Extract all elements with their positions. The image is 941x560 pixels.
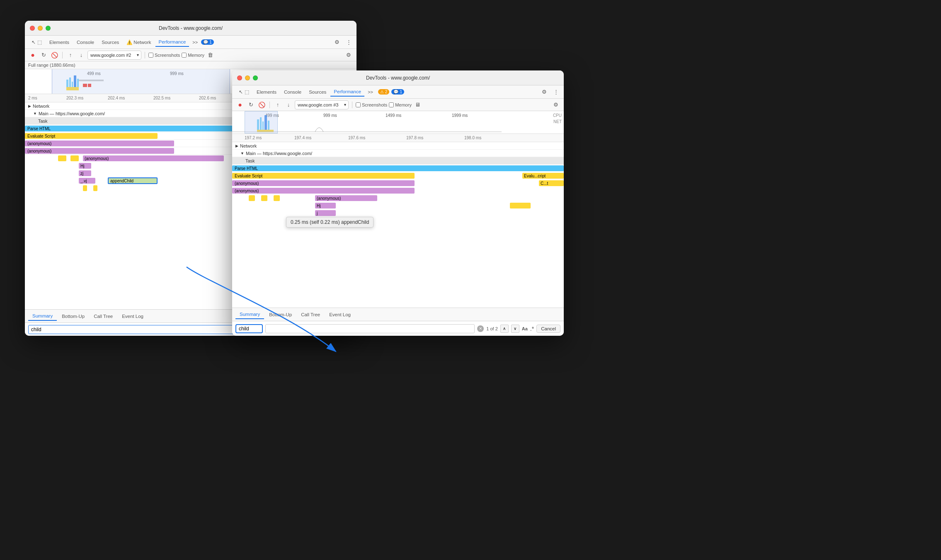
clear-button-front[interactable]: 🚫 bbox=[257, 100, 266, 109]
search-clear-front[interactable]: ✕ bbox=[477, 325, 484, 332]
more-tabs-back[interactable]: >> bbox=[190, 39, 200, 46]
cancel-button-front[interactable]: Cancel bbox=[536, 325, 560, 333]
settings-button-front[interactable]: ⚙ bbox=[540, 87, 549, 97]
tooltip-time-front: 0.25 ms (self 0.22 ms) bbox=[291, 219, 340, 225]
yellow-hj-front bbox=[510, 203, 531, 208]
anon1-track-front: (anonymous) C...t bbox=[232, 179, 564, 187]
search-next-front[interactable]: ∨ bbox=[511, 325, 519, 333]
tab-settings-back: ⚙ ⋮ bbox=[332, 38, 353, 47]
tab-cursor-back[interactable]: ↖ ⬚ bbox=[28, 38, 45, 47]
tab-elements-front[interactable]: Elements bbox=[253, 88, 280, 96]
search-input-front[interactable] bbox=[239, 326, 260, 332]
hj-bar-back: Hj bbox=[79, 163, 91, 169]
tab-summary-back[interactable]: Summary bbox=[28, 312, 57, 321]
j-row-front: j a 0.25 ms (self 0.22 ms) appendChild bbox=[232, 209, 564, 226]
tab-bottomup-back[interactable]: Bottom-Up bbox=[58, 312, 89, 320]
ms-marker-2-front: 197.4 ms bbox=[294, 136, 311, 140]
timeline-area-front: 499 ms 999 ms 1499 ms 1999 ms CPU NET bbox=[232, 111, 564, 134]
main-arrow-front: ▼ bbox=[240, 151, 244, 155]
yellow-s2-front bbox=[261, 195, 267, 201]
screenshots-check-back[interactable] bbox=[148, 53, 153, 58]
yellow-s1-front bbox=[249, 195, 255, 201]
record-button-front[interactable]: ● bbox=[235, 100, 245, 109]
tab-bottomup-front[interactable]: Bottom-Up bbox=[265, 310, 296, 319]
more-button-front[interactable]: ⋮ bbox=[551, 87, 560, 97]
download-button-front[interactable]: ↓ bbox=[284, 100, 293, 109]
tab-calltree-back[interactable]: Call Tree bbox=[90, 312, 117, 320]
tab-sources-back[interactable]: Sources bbox=[98, 38, 122, 46]
tab-sources-front[interactable]: Sources bbox=[306, 88, 330, 96]
trash-button-back[interactable]: 🗑 bbox=[206, 51, 215, 60]
regex-button-front[interactable]: .* bbox=[530, 325, 534, 332]
small-yellow-1-back bbox=[83, 185, 87, 191]
network-track-front: ▶ Network bbox=[232, 142, 564, 150]
record-button-back[interactable]: ● bbox=[28, 51, 37, 60]
warning-badge-front: ⚠ 2 bbox=[378, 89, 389, 95]
eval-script-track-front: Evaluate Script Evalu...cript bbox=[232, 172, 564, 179]
maximize-button-front[interactable] bbox=[253, 75, 258, 80]
close-button-front[interactable] bbox=[237, 75, 242, 80]
hj-bar-front: Hj bbox=[315, 203, 336, 208]
main-track-front: ▼ Main — https://www.google.com/ bbox=[232, 150, 564, 157]
network-arrow-front: ▶ bbox=[235, 144, 238, 148]
url-dropdown-front[interactable]: www.google.com #3 bbox=[295, 100, 349, 109]
ms-marker-5-front: 198.0 ms bbox=[464, 136, 481, 140]
ms-marker-5-back: 202.6 ms bbox=[199, 96, 216, 100]
tab-performance-back[interactable]: Performance bbox=[155, 38, 189, 47]
memory-check-front[interactable] bbox=[389, 102, 394, 107]
tab-console-front[interactable]: Console bbox=[281, 88, 305, 96]
anon3-bar-back: (anonymous) bbox=[83, 155, 224, 161]
j-bar-front: j bbox=[315, 210, 336, 216]
settings2-button-front[interactable]: ⚙ bbox=[551, 100, 560, 109]
reload-button-back[interactable]: ↻ bbox=[39, 51, 48, 60]
eval-script-bar-back: Evaluate Script bbox=[25, 133, 158, 139]
tab-cursor-front[interactable]: ↖ ⬚ bbox=[235, 87, 252, 97]
screenshots-checkbox-back: Screenshots bbox=[148, 53, 180, 58]
eval-script-bar-front: Evaluate Script bbox=[232, 173, 415, 179]
settings-button-back[interactable]: ⚙ bbox=[332, 38, 342, 47]
search-prev-front[interactable]: ∧ bbox=[500, 325, 509, 333]
tab-eventlog-front[interactable]: Event Log bbox=[325, 310, 355, 319]
tab-calltree-front[interactable]: Call Tree bbox=[297, 310, 324, 319]
yellow-s3-front bbox=[274, 195, 280, 201]
settings2-button-back[interactable]: ⚙ bbox=[344, 51, 353, 60]
download-button-back[interactable]: ↓ bbox=[77, 51, 86, 60]
minimize-button-back[interactable] bbox=[38, 26, 43, 31]
timeline-selection-front bbox=[245, 111, 278, 133]
anon2-bar-front: (anonymous) bbox=[232, 188, 415, 194]
tab-elements-back[interactable]: Elements bbox=[46, 38, 73, 46]
tab-performance-front[interactable]: Performance bbox=[330, 87, 364, 97]
screenshots-check-front[interactable] bbox=[356, 102, 361, 107]
search-input-bg-front[interactable] bbox=[265, 324, 475, 333]
tab-summary-front[interactable]: Summary bbox=[235, 310, 264, 319]
memory-check-back[interactable] bbox=[182, 53, 187, 58]
reload-button-front[interactable]: ↻ bbox=[246, 100, 255, 109]
maximize-button-back[interactable] bbox=[46, 26, 51, 31]
tab-settings-front: ⚙ ⋮ bbox=[540, 87, 560, 97]
separator2-front bbox=[352, 102, 352, 108]
screenshot-icon: ⬚ bbox=[37, 39, 42, 45]
ms-marker-2-back: 202.3 ms bbox=[66, 96, 83, 100]
toolbar-back: ● ↻ 🚫 ↑ ↓ www.google.com #2 Screenshots … bbox=[25, 49, 357, 61]
tooltip-label-front: appendChild bbox=[341, 219, 369, 225]
upload-button-back[interactable]: ↑ bbox=[66, 51, 75, 60]
clear-button-back[interactable]: 🚫 bbox=[50, 51, 59, 60]
tab-eventlog-back[interactable]: Event Log bbox=[118, 312, 148, 320]
evalu-cript-bar-front: Evalu...cript bbox=[522, 173, 564, 179]
small-yellow-2-back bbox=[93, 185, 97, 191]
cursor-icon: ↖ bbox=[32, 39, 36, 45]
minimize-button-front[interactable] bbox=[245, 75, 250, 80]
memory-checkbox-front: Memory bbox=[389, 102, 412, 107]
ms-marker-4-back: 202.5 ms bbox=[153, 96, 170, 100]
network-arrow-back: ▶ bbox=[28, 104, 31, 108]
device-button-front[interactable]: 🖥 bbox=[413, 100, 422, 109]
url-dropdown-back[interactable]: www.google.com #2 bbox=[87, 51, 141, 60]
upload-button-front[interactable]: ↑ bbox=[273, 100, 282, 109]
aa-button-front[interactable]: Aa bbox=[522, 326, 528, 331]
tab-console-back[interactable]: Console bbox=[73, 38, 97, 46]
tab-network-back[interactable]: ⚠️ Network bbox=[123, 38, 154, 47]
cpu-label-front: CPU bbox=[553, 113, 562, 118]
more-tabs-front[interactable]: >> bbox=[365, 89, 376, 95]
more-button-back[interactable]: ⋮ bbox=[344, 38, 353, 47]
close-button-back[interactable] bbox=[30, 26, 35, 31]
